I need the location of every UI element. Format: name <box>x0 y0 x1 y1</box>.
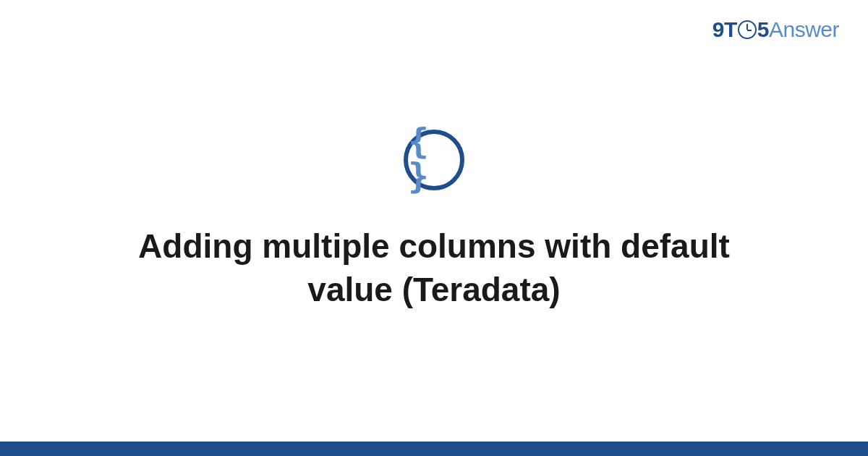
braces-glyph: { } <box>408 124 460 193</box>
footer-bar <box>0 442 868 456</box>
main-content: { } Adding multiple columns with default… <box>0 0 868 442</box>
page-title: Adding multiple columns with default val… <box>109 225 760 312</box>
code-braces-icon: { } <box>404 130 464 190</box>
